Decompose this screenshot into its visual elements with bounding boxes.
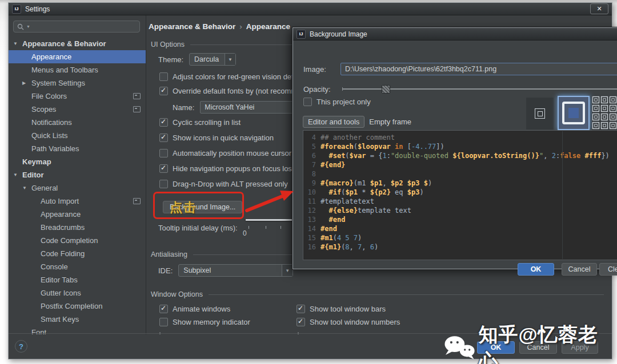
tree-down-arrow-icon[interactable]: ▼ bbox=[13, 172, 22, 177]
checkbox-box[interactable] bbox=[159, 180, 168, 188]
sidebar-item-label: Appearance bbox=[31, 52, 71, 61]
shared-settings-icon bbox=[133, 93, 141, 99]
tab-editor-and-tools[interactable]: Editor and tools bbox=[303, 116, 364, 128]
sidebar-item-editor-tabs[interactable]: Editor Tabs bbox=[9, 273, 146, 286]
tooltip-delay-slider[interactable] bbox=[246, 219, 296, 221]
code-text: #templatetext bbox=[320, 197, 374, 206]
sidebar-item-general[interactable]: ▼General bbox=[9, 181, 146, 195]
font-name-input[interactable]: Microsoft YaHei bbox=[200, 101, 293, 114]
sidebar-item-label: Editor Tabs bbox=[41, 276, 78, 284]
checkbox-show-tool-window-bars[interactable]: Show tool window bars bbox=[297, 302, 400, 316]
sidebar-tree: ▼Appearance & BehaviorAppearanceMenus an… bbox=[9, 37, 146, 334]
close-icon[interactable]: ✕ bbox=[590, 3, 608, 14]
line-number: 14 bbox=[303, 224, 320, 233]
checkbox-box[interactable] bbox=[303, 98, 312, 106]
sidebar-item-label: Gutter Icons bbox=[41, 289, 81, 297]
tree-down-arrow-icon[interactable]: ▼ bbox=[13, 41, 22, 46]
settings-titlebar[interactable]: IJ Settings ✕ bbox=[9, 3, 612, 15]
code-preview: 4## another comment5#foreach($loopvar in… bbox=[303, 130, 617, 260]
sidebar-item-keymap[interactable]: Keymap bbox=[9, 155, 146, 168]
sidebar-item-code-completion[interactable]: Code Completion bbox=[9, 234, 146, 247]
anchor-fill-thumbnail-selected[interactable] bbox=[558, 96, 590, 130]
checkbox-box[interactable] bbox=[159, 164, 168, 173]
breadcrumb-section[interactable]: Appearance & Behavior bbox=[149, 22, 235, 31]
sidebar-item-breadcrumbs[interactable]: Breadcrumbs bbox=[9, 221, 146, 234]
checkbox-show-tool-window-numbers[interactable]: Show tool window numbers bbox=[297, 316, 400, 329]
sidebar-item-menus-and-toolbars[interactable]: Menus and Toolbars bbox=[9, 63, 146, 76]
font-name-label: Name: bbox=[173, 103, 194, 112]
sidebar-item-editor[interactable]: ▼Editor bbox=[9, 168, 146, 181]
checkbox-box[interactable] bbox=[159, 118, 168, 127]
tree-down-arrow-icon[interactable]: ▼ bbox=[22, 185, 31, 191]
code-line: 5#foreach($loopvar in [-4..77]) bbox=[303, 142, 617, 151]
code-text: ## another comment bbox=[320, 133, 395, 142]
sidebar-item-smart-keys[interactable]: Smart Keys bbox=[9, 313, 146, 326]
checkbox-box[interactable] bbox=[159, 305, 168, 313]
line-number: 16 bbox=[303, 242, 320, 252]
dialog-ok-button[interactable]: OK bbox=[518, 263, 554, 276]
sidebar-item-label: Appearance bbox=[41, 210, 81, 219]
sidebar-item-label: Notifications bbox=[31, 118, 72, 127]
ide-antialiasing-select[interactable]: Subpixel ▼ bbox=[178, 264, 293, 277]
shared-settings-icon bbox=[133, 106, 141, 112]
sidebar-item-path-variables[interactable]: Path Variables bbox=[9, 142, 146, 155]
anchor-tile-thumbnail[interactable] bbox=[592, 96, 617, 130]
sidebar-item-appearance[interactable]: Appearance bbox=[9, 50, 146, 63]
sidebar-item-quick-lists[interactable]: Quick Lists bbox=[9, 129, 146, 142]
checkbox-label: This project only bbox=[316, 98, 371, 106]
dialog-titlebar[interactable]: IJ Background Image bbox=[293, 28, 617, 41]
font-name-row: Name: Microsoft YaHei bbox=[173, 101, 293, 114]
sidebar-item-appearance-behavior[interactable]: ▼Appearance & Behavior bbox=[9, 37, 146, 50]
code-text: #end bbox=[320, 224, 337, 233]
sidebar-item-file-colors[interactable]: File Colors bbox=[9, 90, 146, 103]
dialog-clear-button[interactable]: Cle bbox=[599, 263, 617, 276]
watermark: 知乎@忆蓉老心 bbox=[443, 322, 617, 364]
sidebar-item-label: Console bbox=[41, 262, 68, 271]
dialog-cancel-button[interactable]: Cancel bbox=[562, 263, 597, 276]
checkbox-this-project-only[interactable]: This project only bbox=[303, 98, 371, 106]
checkbox-box[interactable] bbox=[159, 134, 168, 142]
search-dropdown-arrow-icon[interactable]: ▼ bbox=[26, 25, 30, 29]
image-path-input[interactable]: D:\Users\zhaodong\Pictures\62tf3hbq2c711… bbox=[340, 63, 617, 75]
sidebar-item-auto-import[interactable]: Auto Import bbox=[9, 195, 146, 208]
checkbox-box[interactable] bbox=[159, 318, 168, 326]
sidebar-item-label: Postfix Completion bbox=[41, 302, 102, 310]
sidebar-item-system-settings[interactable]: ▶System Settings bbox=[9, 76, 146, 90]
theme-label: Theme: bbox=[158, 55, 183, 64]
line-number: 10 bbox=[303, 188, 320, 197]
checkbox-box[interactable] bbox=[159, 87, 168, 95]
line-number: 11 bbox=[303, 197, 320, 206]
code-text: #foreach($loopvar in [-4..77]) bbox=[320, 142, 444, 151]
opacity-slider-handle[interactable] bbox=[382, 85, 390, 94]
search-input[interactable]: ▼ bbox=[13, 21, 140, 33]
sidebar-item-appearance[interactable]: Appearance bbox=[9, 208, 146, 221]
checkbox-box[interactable] bbox=[159, 149, 168, 157]
anchor-center-thumbnail[interactable] bbox=[526, 98, 554, 130]
sidebar-item-postfix-completion[interactable]: Postfix Completion bbox=[9, 300, 146, 313]
code-text: #{macro}(m1 $p1, $p2 $p3 $) bbox=[320, 179, 432, 188]
dropdown-arrow-icon[interactable]: ▼ bbox=[225, 54, 235, 65]
checkbox-box[interactable] bbox=[297, 318, 305, 326]
sidebar-item-label: Appearance & Behavior bbox=[22, 39, 106, 48]
checkbox-box[interactable] bbox=[297, 305, 305, 313]
code-text: #{else}template text bbox=[320, 206, 411, 215]
help-icon[interactable]: ? bbox=[15, 340, 27, 353]
tab-empty-frame[interactable]: Empty frame bbox=[364, 116, 416, 127]
sidebar-item-scopes[interactable]: Scopes bbox=[9, 103, 146, 116]
checkbox-box[interactable] bbox=[159, 72, 168, 81]
checkbox-label: Cyclic scrolling in list bbox=[173, 118, 241, 127]
sidebar-item-code-folding[interactable]: Code Folding bbox=[9, 247, 146, 260]
checkbox-show-memory-indicator[interactable]: Show memory indicator bbox=[159, 316, 250, 329]
sidebar-item-gutter-icons[interactable]: Gutter Icons bbox=[9, 286, 146, 300]
fill-placement-icon bbox=[562, 102, 585, 124]
theme-select[interactable]: Darcula ▼ bbox=[189, 53, 236, 66]
tree-right-arrow-icon[interactable]: ▶ bbox=[22, 80, 31, 86]
theme-row: Theme: Darcula ▼ bbox=[158, 53, 236, 66]
sidebar-item-notifications[interactable]: Notifications bbox=[9, 116, 146, 129]
sidebar-item-label: Keymap bbox=[22, 157, 51, 166]
breadcrumb-page: Appearance bbox=[246, 22, 290, 31]
dropdown-arrow-icon[interactable]: ▼ bbox=[282, 265, 293, 276]
sidebar-item-console[interactable]: Console bbox=[9, 260, 146, 273]
tooltip-delay-value: 0 bbox=[243, 229, 247, 237]
checkbox-animate-windows[interactable]: Animate windows bbox=[159, 302, 250, 316]
